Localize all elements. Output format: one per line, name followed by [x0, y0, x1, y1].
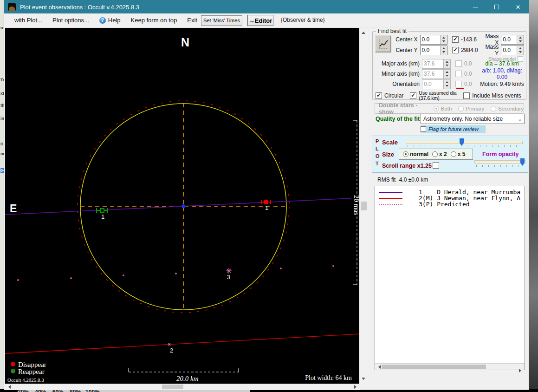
orientation-label: Orientation — [373, 81, 422, 87]
form-opacity-label: Form opacity — [482, 151, 519, 157]
list-item[interactable]: 3(P) Predicted — [375, 201, 525, 207]
scroll-up-icon[interactable] — [362, 30, 365, 34]
list-hscroll-thumb[interactable] — [382, 365, 486, 369]
km-scale-bar — [129, 368, 239, 372]
double-stars-group: Double stars - show Both Primary Seconda… — [375, 103, 524, 114]
size-x5-radio — [451, 151, 456, 157]
north-label: N — [181, 36, 189, 49]
quality-dropdown[interactable]: Astrometry only. No reliable size ⌄ — [421, 114, 525, 124]
list-horizontal-scrollbar[interactable] — [375, 363, 525, 370]
scroll-right-icon[interactable] — [354, 385, 358, 389]
mas-scale-label: 20 mas — [353, 195, 359, 215]
chord-3-predicted-dots — [17, 265, 334, 281]
chord-3-line-sample — [379, 204, 402, 205]
close-button[interactable]: ✕ — [507, 0, 529, 13]
double-stars-both[interactable]: Both — [434, 106, 452, 111]
size-radio-group: normal x 2 x 5 — [399, 149, 473, 160]
plot-vertical-scrollbar[interactable] — [360, 28, 368, 384]
list-scroll-right-icon[interactable] — [519, 369, 523, 372]
diameter-label: dia = 37.6 km — [480, 60, 524, 67]
scroll-down-icon[interactable] — [362, 378, 365, 382]
scroll-range-checkbox[interactable] — [433, 162, 439, 169]
opacity-slider-track[interactable] — [474, 160, 525, 163]
help-icon: ? — [99, 17, 106, 24]
list-scroll-left-icon[interactable] — [376, 365, 381, 369]
menu-exit[interactable]: Exit — [187, 17, 197, 24]
menu-plot-options[interactable]: Plot options... — [52, 17, 89, 24]
menu-help-label: Help — [108, 17, 121, 24]
plot-hscroll-thumb[interactable] — [162, 385, 183, 389]
both-radio — [434, 106, 439, 111]
double-stars-primary[interactable]: Primary — [458, 106, 484, 111]
size-normal-option[interactable]: normal — [403, 151, 428, 157]
center-x-spinner[interactable]: 0.0 — [420, 35, 447, 45]
scroll-range-label: Scroll range x1.25 — [382, 163, 432, 169]
orientation-fit-value: 0.0 — [464, 81, 480, 87]
opacity-slider-ticks — [476, 165, 524, 167]
center-y-spinner[interactable]: 0.0 — [420, 46, 447, 55]
quality-value: Astrometry only. No reliable size — [423, 116, 503, 122]
scale-slider-thumb[interactable] — [460, 138, 464, 146]
major-fit-value: 0.0 — [464, 60, 480, 67]
plot-horizontal-scrollbar[interactable] — [5, 384, 360, 390]
legend-reappear: Reappear — [18, 368, 45, 375]
observer-time-label: {Observer & time} — [281, 17, 325, 23]
size-x5-option[interactable]: x 5 — [451, 151, 466, 157]
center-y-label: Center Y — [373, 47, 420, 53]
major-axis-spinner[interactable]: 37.6 — [422, 59, 451, 69]
bg-fragment: n — [0, 26, 3, 30]
menu-with-plot[interactable]: with Plot... — [14, 17, 42, 24]
scale-slider-track[interactable] — [406, 141, 523, 144]
orientation-spinner[interactable]: 0.0 — [422, 79, 451, 89]
minor-axis-spinner[interactable]: 37.6 — [422, 69, 451, 79]
scale-label: Scale — [382, 139, 398, 146]
circular-checkbox[interactable] — [376, 92, 382, 99]
app-icon — [8, 3, 16, 11]
chord-1-label-left: 1 — [101, 213, 104, 220]
mass-y-spinner[interactable]: 0.0 — [501, 46, 524, 55]
plot-width-label: Plot width: 64 km — [305, 374, 352, 381]
double-stars-title: Double stars - show — [379, 102, 427, 115]
chord2-color-indicator — [456, 88, 464, 89]
circular-label: Circular — [384, 92, 403, 99]
menu-keep-form-on-top[interactable]: Keep form on top — [131, 17, 177, 24]
scroll-left-icon[interactable] — [6, 385, 11, 389]
use-assumed-checkbox[interactable] — [410, 92, 416, 99]
maximize-button[interactable] — [486, 0, 507, 13]
find-best-fit-title: Find best fit — [376, 28, 408, 34]
chord-2-label: 2 — [170, 347, 173, 354]
motion-label: Motion: 9.49 km/s — [480, 81, 524, 87]
size-x2-option[interactable]: x 2 — [432, 151, 447, 157]
chord-1-reappear-marker — [97, 208, 108, 213]
plot-controls-panel: PL OT Scale Size normal x 2 x 5 — [372, 136, 528, 173]
minimize-button[interactable] — [465, 0, 486, 13]
include-miss-label: Include Miss events — [472, 92, 521, 99]
chord-1-line-sample — [379, 192, 402, 193]
chord-1-disappear-marker — [261, 200, 271, 204]
window-title: Plot event observations : Occult v.4.202… — [20, 4, 139, 11]
mass-x-spinner[interactable]: 0.0 — [501, 35, 524, 45]
flag-review-checkbox[interactable] — [421, 126, 426, 132]
app-window: Plot event observations : Occult v.4.202… — [4, 0, 529, 390]
quality-label: Quality of the fit — [376, 116, 420, 122]
minimize-icon — [473, 7, 478, 7]
background-window-right-sliver — [529, 0, 538, 392]
fit-y-checkbox[interactable] — [452, 47, 459, 53]
plot-vscroll-thumb[interactable] — [361, 202, 367, 210]
km-scale-label: 20.0 km — [176, 375, 199, 382]
fit-x-value: -143.6 — [461, 36, 481, 43]
fit-x-checkbox[interactable] — [452, 36, 459, 43]
plot-canvas[interactable]: 1 1 × 2 — [5, 28, 359, 384]
fit-y-value: 2984.0 — [461, 47, 481, 53]
menu-help[interactable]: ? Help — [99, 17, 121, 24]
orientation-fit-checkbox[interactable] — [455, 81, 462, 87]
mass-y-label: Mass Y — [481, 44, 501, 57]
minor-fit-checkbox[interactable] — [455, 71, 462, 77]
control-panel: Find best fit Center X 0.0 -143.6 Mass X — [369, 27, 529, 390]
observer-list[interactable]: 1 D Herald, near Murrumba 2(M) J Newman,… — [375, 186, 525, 370]
editor-button[interactable]: →Editor — [247, 15, 273, 26]
include-miss-checkbox[interactable] — [463, 92, 470, 99]
double-stars-secondary[interactable]: Secondary — [491, 106, 524, 111]
major-fit-checkbox[interactable] — [455, 60, 462, 67]
set-miss-times-button[interactable]: Set 'Miss' Times — [201, 15, 242, 26]
